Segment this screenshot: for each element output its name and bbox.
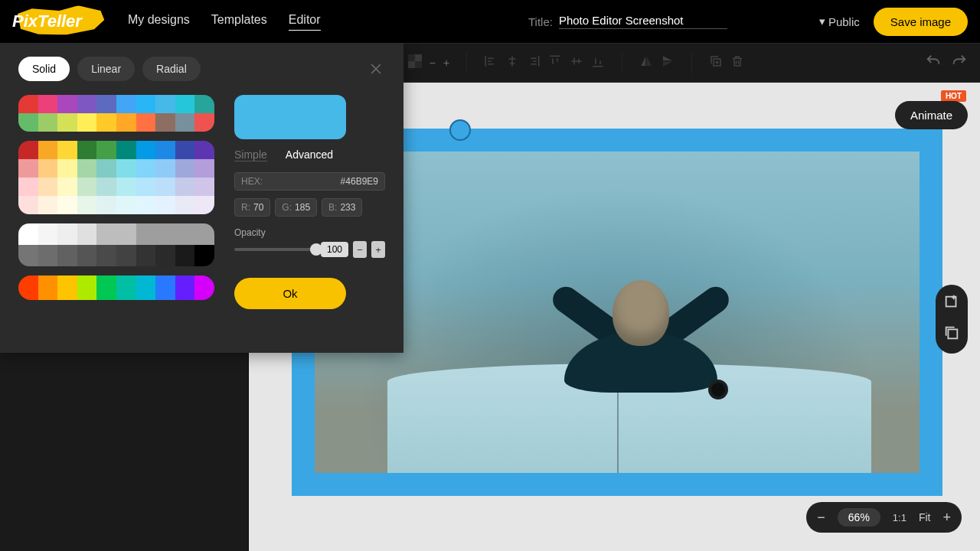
add-layer-icon[interactable] [943,294,960,314]
swatch[interactable] [18,196,38,214]
nav-editor[interactable]: Editor [289,13,321,31]
swatch[interactable] [96,196,116,214]
swatch[interactable] [96,141,116,159]
swatch[interactable] [194,178,214,196]
duplicate-layer-icon[interactable] [943,324,960,344]
rotation-handle[interactable] [449,119,471,141]
swatch[interactable] [116,245,136,266]
opacity-value[interactable]: 100 [321,242,348,257]
swatch[interactable] [77,245,97,266]
swatch[interactable] [175,141,195,159]
zoom-out-button[interactable]: − [817,510,825,524]
ok-button[interactable]: Ok [234,278,346,309]
swatch[interactable] [57,113,77,132]
swatch[interactable] [38,178,58,196]
swatch[interactable] [155,276,175,300]
swatch[interactable] [96,113,116,132]
swatch[interactable] [96,159,116,178]
swatch[interactable] [57,178,77,196]
nav-my-designs[interactable]: My designs [128,13,190,31]
swatch[interactable] [175,245,195,266]
swatch[interactable] [175,113,195,132]
slider-thumb[interactable] [310,243,322,256]
align-center-h-icon[interactable] [505,54,519,71]
swatch[interactable] [18,178,38,196]
swatch[interactable] [18,159,38,178]
animate-button[interactable]: Animate [895,101,968,129]
swatch[interactable] [18,245,38,266]
swatch[interactable] [136,95,156,113]
swatch[interactable] [116,223,136,245]
fill-tab-radial[interactable]: Radial [142,57,201,81]
swatch[interactable] [175,159,195,178]
swatch[interactable] [96,95,116,113]
r-field[interactable]: R:70 [234,198,270,217]
swatch[interactable] [136,223,156,245]
swatch[interactable] [96,276,116,300]
visibility-dropdown[interactable]: ▾ Public [819,15,860,28]
fill-tab-solid[interactable]: Solid [18,57,70,81]
zoom-percent[interactable]: 66% [838,508,880,527]
swatch[interactable] [18,141,38,159]
swatch[interactable] [194,113,214,132]
swatch[interactable] [18,113,38,132]
swatch[interactable] [38,245,58,266]
swatch[interactable] [116,141,136,159]
swatch[interactable] [175,276,195,300]
swatch[interactable] [116,276,136,300]
swatch[interactable] [136,276,156,300]
opacity-slider[interactable] [234,248,316,251]
swatch[interactable] [57,245,77,266]
opacity-decrease[interactable]: − [353,241,367,258]
layers-panel-toggle[interactable] [936,285,968,354]
swatch[interactable] [136,196,156,214]
swatch[interactable] [96,223,116,245]
swatch[interactable] [18,223,38,245]
swatch[interactable] [175,178,195,196]
swatch[interactable] [155,223,175,245]
zoom-plus[interactable]: + [443,57,449,69]
zoom-fit-button[interactable]: Fit [919,512,931,523]
swatch[interactable] [175,196,195,214]
swatch[interactable] [155,196,175,214]
swatch[interactable] [57,196,77,214]
swatch[interactable] [77,159,97,178]
delete-icon[interactable] [730,54,744,71]
swatch[interactable] [77,113,97,132]
swatch[interactable] [18,95,38,113]
swatch[interactable] [57,276,77,300]
swatch[interactable] [194,223,214,245]
swatch[interactable] [136,159,156,178]
swatch[interactable] [116,178,136,196]
align-bottom-icon[interactable] [591,54,605,71]
fill-tab-linear[interactable]: Linear [77,57,135,81]
swatch[interactable] [155,95,175,113]
opacity-increase[interactable]: + [371,241,385,258]
zoom-actual-button[interactable]: 1:1 [893,513,906,523]
flip-horizontal-icon[interactable] [639,54,653,71]
swatch[interactable] [38,276,58,300]
g-field[interactable]: G:185 [275,198,317,217]
palette-gray[interactable] [18,223,214,266]
swatch[interactable] [57,223,77,245]
swatch[interactable] [77,95,97,113]
nav-templates[interactable]: Templates [211,13,267,31]
swatch[interactable] [175,95,195,113]
swatch[interactable] [77,141,97,159]
swatch[interactable] [194,245,214,266]
swatch[interactable] [136,178,156,196]
swatch[interactable] [38,159,58,178]
swatch[interactable] [136,245,156,266]
swatch[interactable] [175,223,195,245]
mode-simple[interactable]: Simple [234,148,267,161]
swatch[interactable] [77,276,97,300]
history-redo-icon[interactable] [951,53,968,73]
flip-vertical-icon[interactable] [661,54,675,71]
swatch[interactable] [155,178,175,196]
align-center-v-icon[interactable] [570,54,583,71]
swatch[interactable] [116,95,136,113]
swatch[interactable] [155,245,175,266]
swatch[interactable] [194,276,214,300]
zoom-in-button[interactable]: + [942,510,951,524]
palette-vivid[interactable] [18,95,214,132]
